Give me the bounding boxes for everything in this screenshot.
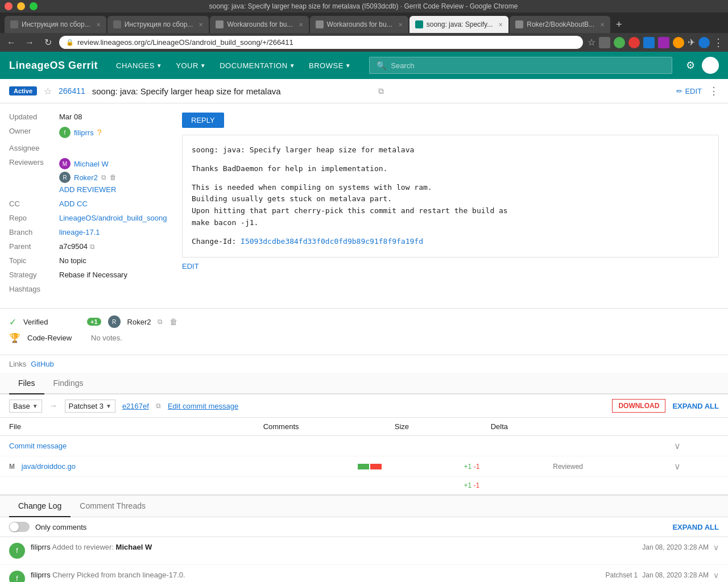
extension-icon-6[interactable] [673, 37, 684, 48]
file-link[interactable]: java/droiddoc.go [22, 462, 76, 471]
reviewer-michael-link[interactable]: Michael W [74, 160, 109, 168]
tab-1[interactable]: Инструкция по сбор... ✕ [5, 16, 106, 33]
tab-comment-threads[interactable]: Comment Threads [71, 496, 155, 517]
tab-files[interactable]: Files [9, 373, 44, 394]
reload-button[interactable]: ↻ [41, 37, 55, 48]
assignee-label: Assignee [9, 144, 55, 152]
file-reviewed-cell: Reviewed [544, 456, 665, 477]
extension-icon-2[interactable] [614, 37, 625, 48]
log-patchset-2: Patchset 1 [606, 571, 638, 579]
tab-close-2[interactable]: ✕ [198, 22, 203, 28]
tab-close-3[interactable]: ✕ [299, 22, 303, 28]
nav-changes[interactable]: CHANGES ▼ [111, 59, 167, 72]
branch-link[interactable]: lineage-17.1 [59, 228, 100, 236]
extension-icon-5[interactable] [658, 37, 669, 48]
add-cc-link[interactable]: ADD CC [59, 199, 88, 208]
tab-3[interactable]: Workarounds for bu... ✕ [210, 16, 308, 33]
tab-5[interactable]: soong: java: Specify... ✕ [410, 16, 509, 33]
settings-icon[interactable]: ⚙ [686, 59, 695, 72]
tab-close-5[interactable]: ✕ [498, 22, 503, 28]
extension-icon-3[interactable] [628, 37, 640, 48]
commit-hash-copy-icon[interactable]: ⧉ [156, 402, 161, 410]
verified-copy-icon[interactable]: ⧉ [158, 318, 163, 326]
browser-chrome: soong: java: Specify larger heap size fo… [0, 0, 728, 52]
tab-close-4[interactable]: ✕ [398, 22, 403, 28]
only-comments-toggle[interactable] [9, 522, 30, 532]
url-bar[interactable]: 🔒 review.lineageos.org/c/LineageOS/andro… [59, 36, 583, 49]
patchset-select[interactable]: Patchset 3 ▼ [65, 400, 115, 413]
reply-button[interactable]: REPLY [182, 113, 224, 128]
more-options-icon[interactable]: ⋮ [709, 85, 719, 97]
new-tab-button[interactable]: + [611, 16, 627, 33]
minimize-button[interactable] [17, 2, 25, 10]
expand-all-button[interactable]: EXPAND ALL [672, 402, 719, 410]
reviewed-label: Reviewed [553, 463, 583, 471]
nav-your[interactable]: YOUR ▼ [171, 59, 210, 72]
extensions-icon[interactable]: ✈ [688, 37, 695, 48]
extension-icon-4[interactable] [643, 37, 655, 48]
nav-browse-label: BROWSE [309, 61, 344, 70]
tab-findings[interactable]: Findings [44, 373, 93, 394]
tab-6[interactable]: Roker2/BookAboutB... ✕ [510, 16, 610, 33]
patchset-toolbar: Base ▼ → Patchset 3 ▼ e2167ef ⧉ Edit com… [0, 394, 728, 418]
search-bar[interactable]: 🔍 [369, 57, 672, 74]
commit-msg-chevron-icon[interactable]: ∨ [674, 441, 681, 451]
reviewer-roker2-link[interactable]: Roker2 [74, 173, 98, 182]
parent-value-group: a7c9504 ⧉ [59, 242, 95, 251]
profile-icon[interactable] [698, 37, 710, 48]
table-row: Commit message ∨ [0, 436, 728, 456]
address-bar: ← → ↻ 🔒 review.lineageos.org/c/LineageOS… [0, 33, 728, 52]
repo-link[interactable]: LineageOS/android_build_soong [59, 214, 167, 222]
nav-documentation[interactable]: DOCUMENTATION ▼ [215, 59, 300, 72]
reviewer-roker2-copy-icon[interactable]: ⧉ [101, 173, 106, 181]
extension-icon-1[interactable] [599, 37, 610, 48]
change-id-link[interactable]: I5093dcdbe384fd33f0dc0fd9b89c91f8f9fa19f… [241, 237, 423, 246]
commit-edit-link[interactable]: EDIT [182, 262, 199, 271]
download-button[interactable]: DOWNLOAD [612, 399, 665, 413]
reviewers-label: Reviewers [9, 158, 55, 167]
log-chevron-1[interactable]: ∨ [713, 543, 719, 552]
delta-neg: -1 [474, 463, 480, 471]
base-select[interactable]: Base ▼ [9, 400, 42, 413]
commit-hash-link[interactable]: e2167ef [122, 402, 149, 410]
tab-4[interactable]: Workarounds for bu... ✕ [310, 16, 408, 33]
verified-voter-avatar: R [108, 315, 121, 328]
log-chevron-2[interactable]: ∨ [713, 571, 719, 580]
file-type-cell: M java/droiddoc.go [0, 456, 213, 477]
file-chevron-icon[interactable]: ∨ [674, 462, 681, 471]
maximize-button[interactable] [30, 2, 38, 10]
parent-copy-icon[interactable]: ⧉ [90, 243, 95, 251]
parent-value: a7c9504 [59, 242, 88, 251]
owner-link[interactable]: filiprrs [74, 128, 94, 137]
tab-2[interactable]: Инструкция по сбор... ✕ [107, 16, 209, 33]
nav-browse[interactable]: BROWSE ▼ [304, 59, 355, 72]
edit-commit-msg-link[interactable]: Edit commit message [168, 402, 238, 410]
browser-title: soong: java: Specify larger heap size fo… [38, 2, 689, 10]
browser-action-icons: ☆ ✈ ⋮ [588, 36, 723, 49]
change-number[interactable]: 266411 [59, 86, 85, 95]
github-link[interactable]: GitHub [31, 360, 53, 368]
back-button[interactable]: ← [5, 38, 18, 48]
copy-title-icon[interactable]: ⧉ [378, 86, 384, 96]
forward-button[interactable]: → [23, 38, 36, 48]
edit-button[interactable]: ✏ EDIT [676, 87, 702, 95]
log-expand-all-button[interactable]: EXPAND ALL [672, 523, 719, 531]
reviewers-row: Reviewers M Michael W R Roker2 ⧉ 🗑 ADD R… [9, 158, 168, 194]
tab-change-log[interactable]: Change Log [9, 496, 71, 517]
tab-close-1[interactable]: ✕ [96, 22, 101, 28]
star-icon[interactable]: ☆ [44, 86, 52, 97]
menu-icon[interactable]: ⋮ [713, 36, 723, 49]
log-content-2: filiprrs Cherry Picked from branch linea… [31, 571, 600, 579]
bookmark-icon[interactable]: ☆ [588, 37, 595, 48]
verified-delete-icon[interactable]: 🗑 [169, 317, 177, 326]
add-reviewer-link[interactable]: ADD REVIEWER [59, 185, 117, 194]
edit-pencil-icon: ✏ [676, 87, 682, 95]
owner-help-icon[interactable]: ? [97, 128, 102, 137]
close-button[interactable] [5, 2, 13, 10]
divider-arrow: → [49, 401, 58, 411]
search-input[interactable] [391, 61, 665, 70]
tab-close-6[interactable]: ✕ [600, 22, 605, 28]
user-avatar[interactable] [702, 57, 719, 74]
commit-msg-link[interactable]: Commit message [9, 442, 67, 450]
reviewer-roker2-delete-icon[interactable]: 🗑 [110, 173, 117, 181]
